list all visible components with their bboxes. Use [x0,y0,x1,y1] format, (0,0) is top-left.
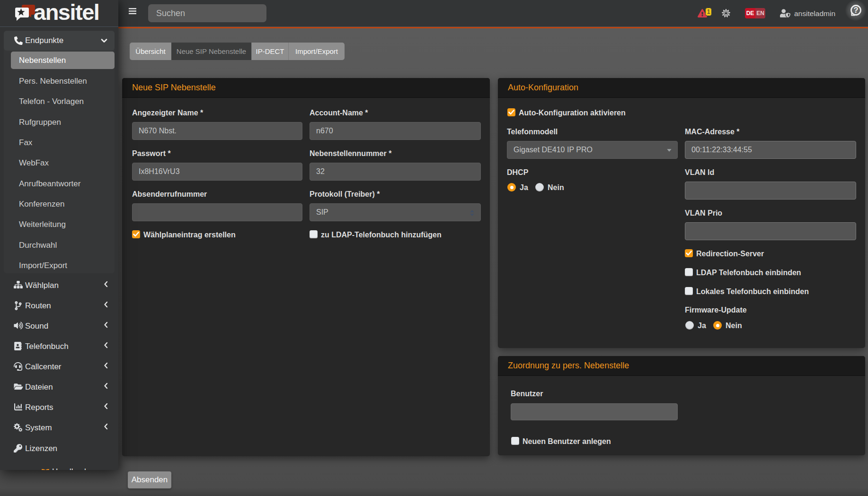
svg-text:?: ? [853,6,858,14]
